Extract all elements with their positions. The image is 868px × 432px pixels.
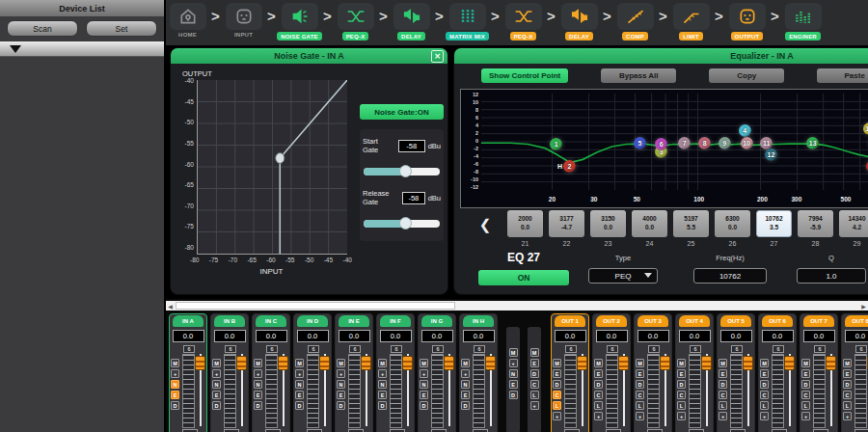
chan-btn-e[interactable]: E (461, 391, 470, 399)
chan-btn-m[interactable]: M (801, 359, 810, 367)
toolbar-item-noise-gate[interactable]: NOISE GATE (278, 3, 321, 40)
band-prev-icon[interactable] (477, 212, 493, 237)
chan-btn-d[interactable]: D (843, 380, 852, 389)
channel-gain-value[interactable]: 0.0 (463, 330, 495, 342)
master-btn-d[interactable]: D (530, 369, 539, 378)
chan-btn-e[interactable]: E (636, 369, 644, 378)
channel-strip-out-1[interactable]: OUT 10.06-64MEDCL+ (551, 313, 589, 432)
close-icon[interactable] (431, 50, 444, 63)
chan-btn-c[interactable]: C (636, 391, 644, 399)
chan-btn-plus[interactable]: + (171, 369, 179, 378)
chan-btn-m[interactable]: M (212, 359, 221, 367)
channel-gain-value[interactable]: 0.0 (380, 330, 412, 342)
chan-btn-plus[interactable]: + (295, 369, 304, 378)
channel-gain-value[interactable]: 0.0 (679, 330, 711, 342)
channel-tab-in-c[interactable]: IN C (256, 315, 286, 327)
chan-btn-n[interactable]: N (461, 380, 470, 389)
eq-point-4[interactable]: 4 (739, 124, 751, 137)
channel-strip-out-8[interactable]: OUT 80.06-64MEDCL+ (841, 313, 868, 432)
chan-btn-c[interactable]: C (594, 391, 603, 399)
release-gate-field[interactable]: -58 (402, 192, 425, 204)
chan-btn-m[interactable]: M (594, 359, 603, 367)
fader-handle[interactable] (826, 356, 836, 370)
set-button[interactable]: Set (86, 20, 157, 37)
master-btn-e[interactable]: E (530, 359, 539, 367)
eq-type-select[interactable]: PEQ (588, 268, 658, 284)
start-gate-field[interactable]: -58 (398, 140, 425, 152)
chan-btn-d[interactable]: D (378, 401, 387, 410)
master-btn-plus[interactable]: + (509, 359, 518, 367)
fader-handle[interactable] (618, 356, 629, 370)
chan-btn-d[interactable]: D (212, 401, 221, 410)
chan-btn-d[interactable]: D (594, 380, 603, 389)
chan-btn-m[interactable]: M (171, 359, 179, 367)
chan-btn-e[interactable]: E (843, 369, 852, 378)
channel-gain-value[interactable]: 0.0 (214, 330, 246, 342)
chan-btn-m[interactable]: M (843, 359, 852, 367)
chan-btn-l[interactable]: L (843, 401, 852, 410)
channel-tab-in-d[interactable]: IN D (297, 315, 328, 327)
toolbar-item-delay-out[interactable]: DELAY (557, 3, 601, 40)
toolbar-item-input[interactable]: INPUT (222, 3, 265, 38)
channel-tab-in-g[interactable]: IN G (421, 315, 452, 327)
channel-strip-in-a[interactable]: IN A0.06-64M+NED (169, 313, 207, 432)
channel-tab-out-4[interactable]: OUT 4 (679, 315, 710, 327)
eq-band-cell-25[interactable]: 51975.5 (673, 210, 709, 237)
noise-gate-power-button[interactable]: Noise Gate:ON (360, 104, 444, 120)
channel-tab-out-8[interactable]: OUT 8 (845, 315, 868, 327)
device-tree-collapse[interactable] (0, 41, 164, 57)
channel-tab-in-b[interactable]: IN B (214, 315, 245, 327)
chan-btn-d[interactable]: D (295, 401, 304, 410)
eq-band-cell-26[interactable]: 63000.0 (715, 210, 750, 237)
chan-btn-c[interactable]: C (801, 391, 810, 399)
scrollbar-thumb[interactable] (176, 302, 455, 310)
paste-button[interactable]: Paste (817, 68, 868, 83)
chan-btn-m[interactable]: M (337, 359, 345, 367)
chan-btn-plus[interactable]: + (760, 412, 769, 420)
channel-strip-in-e[interactable]: IN E0.06-64M+NED (335, 313, 373, 432)
chan-btn-d[interactable]: D (254, 401, 262, 410)
eq-q-field[interactable]: 1.0 (797, 268, 866, 284)
chan-btn-d[interactable]: D (677, 380, 686, 389)
chan-btn-plus[interactable]: + (420, 369, 428, 378)
fader-handle[interactable] (236, 356, 247, 370)
chan-btn-m[interactable]: M (553, 359, 561, 367)
fader-handle[interactable] (361, 356, 371, 370)
chan-btn-c[interactable]: C (553, 391, 561, 399)
channel-tab-in-f[interactable]: IN F (380, 315, 411, 327)
start-gate-slider[interactable] (364, 168, 440, 176)
eq-point-9[interactable]: 9 (719, 137, 731, 149)
channel-strip-out-6[interactable]: OUT 60.06-64MEDCL+ (758, 313, 797, 432)
master-btn-m[interactable]: M (509, 348, 518, 357)
fader-handle[interactable] (743, 356, 753, 370)
chan-btn-plus[interactable]: + (801, 412, 810, 420)
slider-knob[interactable] (399, 165, 412, 177)
fader-handle[interactable] (784, 356, 795, 370)
chan-btn-l[interactable]: L (636, 401, 644, 410)
chan-btn-d[interactable]: D (801, 380, 810, 389)
scroll-left-icon[interactable]: ◀ (166, 303, 175, 310)
channel-tab-out-1[interactable]: OUT 1 (555, 315, 585, 327)
eq-point-10[interactable]: 10 (741, 137, 753, 149)
fader-handle[interactable] (701, 356, 712, 370)
copy-button[interactable]: Copy (709, 68, 784, 83)
chan-btn-plus[interactable]: + (719, 412, 727, 420)
channel-tab-in-a[interactable]: IN A (173, 315, 203, 327)
chan-btn-e[interactable]: E (337, 391, 345, 399)
channel-strip-out-4[interactable]: OUT 40.06-64MEDCL+ (675, 313, 714, 432)
channel-tab-in-h[interactable]: IN H (463, 315, 494, 327)
chan-btn-l[interactable]: L (553, 401, 561, 410)
channel-gain-value[interactable]: 0.0 (845, 330, 868, 342)
chan-btn-c[interactable]: C (760, 391, 769, 399)
chan-btn-l[interactable]: L (760, 401, 769, 410)
chan-btn-m[interactable]: M (719, 359, 727, 367)
channel-strip-out-7[interactable]: OUT 70.06-64MEDCL+ (800, 313, 838, 432)
fader-handle[interactable] (278, 356, 288, 370)
chan-btn-m[interactable]: M (677, 359, 686, 367)
toolbar-item-output-out[interactable]: OUTPUT (725, 3, 769, 40)
scan-button[interactable]: Scan (7, 20, 78, 37)
chan-btn-m[interactable]: M (636, 359, 644, 367)
chan-btn-plus[interactable]: + (677, 412, 686, 420)
chan-btn-n[interactable]: N (378, 380, 387, 389)
chan-btn-m[interactable]: M (378, 359, 387, 367)
